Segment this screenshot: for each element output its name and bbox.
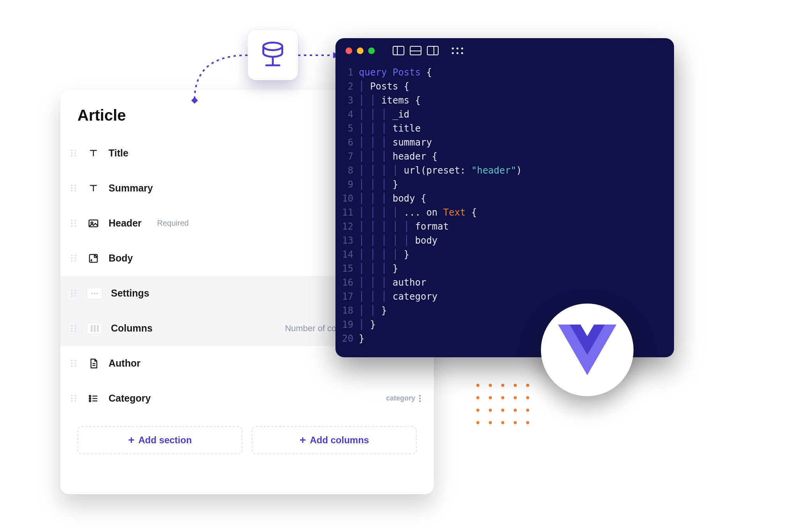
close-icon[interactable] <box>346 47 352 54</box>
add-columns-button[interactable]: + Add columns <box>252 426 417 454</box>
line-number: 1 <box>335 65 353 79</box>
code-line: │ │ │ body { <box>359 191 666 205</box>
line-number: 17 <box>335 290 353 304</box>
line-number: 10 <box>335 191 353 205</box>
field-label: Category <box>109 393 151 404</box>
code-line: │ │ } <box>359 304 666 318</box>
code-line: │ │ │ │ url(preset: "header") <box>359 163 666 177</box>
code-line: │ │ │ │ │ body <box>359 234 666 248</box>
code-line: │ │ │ title <box>359 121 666 135</box>
text-type-icon <box>87 147 100 160</box>
field-label: Title <box>109 147 128 159</box>
line-number: 15 <box>335 262 353 276</box>
line-number: 20 <box>335 332 353 346</box>
svg-point-11 <box>89 398 91 399</box>
traffic-lights <box>346 47 375 54</box>
text-type-icon <box>87 182 100 195</box>
vue-logo-icon <box>558 325 616 375</box>
line-number: 5 <box>335 121 353 135</box>
field-row-category[interactable]: Category category <box>60 381 434 416</box>
line-number-gutter: 1234567891011121314151617181920 <box>335 65 359 346</box>
code-line: │ │ │ │ ... on Text { <box>359 205 666 219</box>
drag-grid-icon[interactable] <box>452 47 463 54</box>
list-type-icon <box>87 392 100 405</box>
code-line: │ │ │ │ } <box>359 248 666 262</box>
layout-bottom-icon[interactable] <box>410 46 421 55</box>
drag-handle-icon[interactable] <box>71 290 78 297</box>
drag-handle-icon[interactable] <box>71 185 78 192</box>
required-tag: Required <box>157 219 189 228</box>
line-number: 13 <box>335 234 353 248</box>
section-type-icon <box>87 288 102 299</box>
drag-handle-icon[interactable] <box>71 150 78 157</box>
svg-point-12 <box>89 400 91 402</box>
document-type-icon <box>87 357 100 370</box>
field-label: Settings <box>111 288 149 299</box>
drag-handle-icon[interactable] <box>71 220 78 227</box>
category-meta-text: category <box>386 394 415 402</box>
field-label: Header <box>109 218 142 229</box>
add-section-label: Add section <box>139 435 192 446</box>
database-icon <box>258 40 288 70</box>
code-line: │ │ │ category <box>359 290 666 304</box>
line-number: 18 <box>335 304 353 318</box>
columns-type-icon <box>87 323 102 334</box>
layout-right-icon[interactable] <box>427 46 439 55</box>
drag-handle-icon[interactable] <box>71 360 78 367</box>
vue-logo-badge <box>541 304 634 396</box>
line-number: 7 <box>335 149 353 163</box>
plus-icon: + <box>300 435 306 446</box>
code-line: │ │ │ author <box>359 276 666 290</box>
drag-handle-icon[interactable] <box>71 395 78 402</box>
drag-handle-icon[interactable] <box>71 255 78 262</box>
plus-icon: + <box>128 435 134 446</box>
code-line: query Posts { <box>359 65 666 79</box>
code-line: │ │ │ header { <box>359 149 666 163</box>
drag-handle-icon[interactable] <box>71 325 78 332</box>
svg-rect-1 <box>191 97 198 104</box>
line-number: 9 <box>335 177 353 191</box>
code-line: │ │ │ _id <box>359 107 666 121</box>
code-line: │ │ │ │ │ format <box>359 219 666 234</box>
add-columns-label: Add columns <box>310 435 369 446</box>
maximize-icon[interactable] <box>368 47 375 54</box>
code-line: │ │ │ } <box>359 262 666 276</box>
code-line: │ │ items { <box>359 93 666 107</box>
add-section-button[interactable]: + Add section <box>77 426 242 454</box>
layout-left-icon[interactable] <box>393 46 404 55</box>
line-number: 11 <box>335 205 353 219</box>
line-number: 19 <box>335 318 353 332</box>
svg-point-4 <box>263 42 283 50</box>
code-titlebar <box>335 38 674 63</box>
code-line: │ │ │ summary <box>359 135 666 149</box>
database-node[interactable] <box>248 30 298 80</box>
line-number: 14 <box>335 248 353 262</box>
line-number: 2 <box>335 79 353 93</box>
field-label: Body <box>109 253 133 264</box>
line-number: 12 <box>335 219 353 234</box>
svg-point-10 <box>89 395 91 397</box>
minimize-icon[interactable] <box>357 47 363 54</box>
code-line: │ Posts { <box>359 79 666 93</box>
line-number: 16 <box>335 276 353 290</box>
field-label: Summary <box>109 183 153 194</box>
code-editor-panel: 1234567891011121314151617181920 query Po… <box>335 38 674 357</box>
code-content[interactable]: query Posts {│ Posts {│ │ items {│ │ │ _… <box>359 65 674 346</box>
line-number: 6 <box>335 135 353 149</box>
richtext-type-icon <box>87 252 100 265</box>
decorative-dot-grid <box>476 384 529 424</box>
field-label: Author <box>109 358 140 369</box>
code-line: │ │ │ } <box>359 177 666 191</box>
image-type-icon <box>87 217 100 230</box>
line-number: 3 <box>335 93 353 107</box>
line-number: 4 <box>335 107 353 121</box>
field-label: Columns <box>111 323 153 334</box>
line-number: 8 <box>335 163 353 177</box>
more-icon[interactable] <box>419 395 421 402</box>
